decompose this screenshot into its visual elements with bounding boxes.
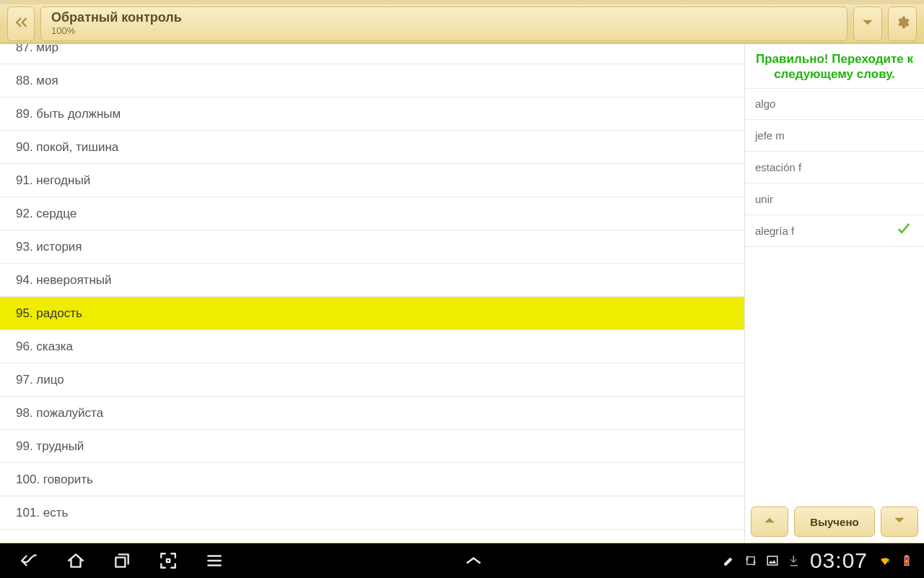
gear-icon [895,15,910,33]
picture-icon [765,553,780,568]
word-list[interactable]: 87. мир88. моя89. быть должным90. покой,… [0,44,744,543]
sync-icon [744,553,758,568]
answer-option[interactable]: jefe m [745,120,924,152]
word-row[interactable]: 87. мир [0,44,744,64]
word-row[interactable]: 92. сердце [0,197,744,230]
answer-option-label: estación f [755,161,801,173]
answer-option[interactable]: alegría f [745,215,924,247]
side-controls: Выучено [745,506,924,543]
next-button[interactable] [881,506,918,537]
word-row[interactable]: 94. невероятный [0,264,744,297]
edit-icon [722,553,736,568]
download-icon [787,553,801,568]
svg-rect-3 [906,556,908,557]
check-icon [894,222,914,240]
page-title: Обратный контроль [51,11,837,25]
android-navbar: 03:07 [0,543,924,578]
feedback-text: Правильно! Переходите к следующему слову… [745,48,924,88]
chevron-up-icon [761,513,778,530]
dropdown-button[interactable] [853,7,882,41]
word-row[interactable]: 96. сказка [0,330,744,363]
side-panel: Правильно! Переходите к следующему слову… [744,44,924,543]
answer-option[interactable]: unir [745,184,924,215]
side-top: Правильно! Переходите к следующему слову… [745,44,924,506]
nav-screenshot-button[interactable] [157,550,179,571]
word-row[interactable]: 88. моя [0,64,744,98]
nav-home-button[interactable] [65,550,87,571]
settings-button[interactable] [888,7,917,41]
answer-option[interactable]: estación f [745,152,924,184]
page-subtitle: 100% [51,25,837,36]
nav-expand-button[interactable] [225,554,722,567]
word-row[interactable]: 90. покой, тишина [0,131,744,164]
word-row[interactable]: 91. негодный [0,164,744,197]
word-row[interactable]: 93. история [0,230,744,264]
answer-option[interactable]: algo [745,88,924,120]
svg-rect-1 [767,556,777,565]
word-row[interactable]: 101. есть [0,496,744,530]
learned-button[interactable]: Выучено [794,506,875,537]
answer-option-label: alegría f [755,225,794,237]
nav-left [4,550,225,571]
top-bar: Обратный контроль 100% [0,0,924,43]
prev-button[interactable] [751,506,788,537]
main-area: 87. мир88. моя89. быть должным90. покой,… [0,43,924,543]
battery-icon [899,553,914,568]
answer-option-label: unir [755,193,773,205]
word-row[interactable]: 99. трудный [0,430,744,463]
back-button[interactable] [7,7,35,41]
word-row[interactable]: 98. пожалуйста [0,397,744,430]
word-row[interactable]: 89. быть должным [0,98,744,131]
answer-option-label: jefe m [755,129,785,142]
nav-back-button[interactable] [19,550,40,571]
status-icons: 03:07 [722,548,920,573]
chevrons-left-icon [14,15,28,33]
title-block[interactable]: Обратный контроль 100% [40,7,847,41]
svg-rect-0 [747,557,755,565]
chevron-down-icon [891,513,908,530]
nav-recent-button[interactable] [111,550,133,571]
nav-menu-button[interactable] [204,550,225,571]
word-row[interactable]: 97. лицо [0,363,744,397]
chevron-down-icon [860,15,875,33]
answer-option-label: algo [755,98,775,110]
word-row[interactable]: 100. говорить [0,463,744,496]
clock-time: 03:07 [810,548,868,573]
learned-label: Выучено [810,516,858,528]
word-row[interactable]: 95. радость [0,297,744,330]
wifi-icon [878,553,892,568]
